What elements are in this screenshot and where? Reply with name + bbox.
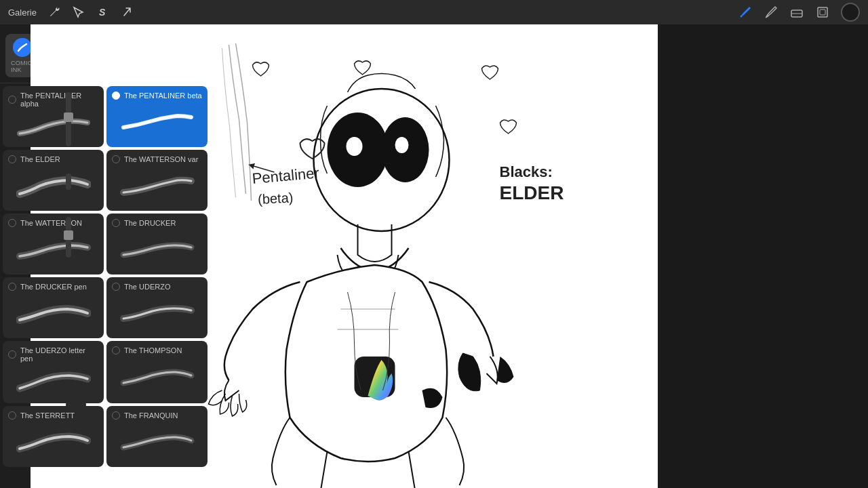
comic-ink-svg xyxy=(16,41,28,54)
svg-point-10 xyxy=(395,137,409,153)
brush-radio xyxy=(112,92,120,100)
brush-radio xyxy=(112,155,120,163)
brush-uderzo-letter[interactable]: The UDERZO letter pen xyxy=(3,341,104,403)
svg-text:Blacks:: Blacks: xyxy=(500,163,553,180)
wrench-button[interactable] xyxy=(47,5,61,19)
brush-watterson-var[interactable]: The WATTERSON var xyxy=(106,150,208,211)
brush-radio xyxy=(112,346,120,354)
brush-stroke-svg xyxy=(120,300,195,327)
brush-radio xyxy=(112,283,120,291)
brush-radio xyxy=(112,219,120,227)
layers-icon xyxy=(815,5,830,20)
transform-button[interactable]: S xyxy=(96,5,110,19)
brush-preview xyxy=(8,166,98,205)
layers-button[interactable] xyxy=(815,5,830,20)
brush-header: The UDERZO letter pen xyxy=(8,346,98,363)
brush-pentaliner-alpha[interactable]: The PENTALINER alpha xyxy=(3,86,104,147)
eraser-icon xyxy=(789,5,804,20)
top-bar-right xyxy=(738,3,860,22)
brush-sterrett[interactable]: The STERRETT xyxy=(3,406,104,467)
brush-stroke-svg xyxy=(16,300,91,327)
gallery-button[interactable]: Galerie xyxy=(8,7,37,18)
brush-uderzo[interactable]: The UDERZO xyxy=(106,277,208,338)
brush-preview xyxy=(112,102,202,142)
color-picker[interactable] xyxy=(841,3,860,22)
brush-header: The PENTALINER alpha xyxy=(8,92,98,108)
brush-label: The WATTERSON var xyxy=(124,155,198,163)
app-body: Pentaliner (beta) Blacks: ELDER xyxy=(0,0,868,488)
gallery-label: Galerie xyxy=(8,7,37,18)
brush-preview xyxy=(8,230,98,269)
svg-rect-3 xyxy=(818,7,827,17)
brush-header: The WATTERSON xyxy=(8,219,98,227)
brush-tool-button[interactable] xyxy=(738,5,753,20)
opacity-slider-mini[interactable] xyxy=(66,174,71,190)
brush-franquin[interactable]: The FRANQUIN xyxy=(106,406,208,467)
svg-point-8 xyxy=(347,137,363,156)
brush-preview xyxy=(112,293,202,333)
select-button[interactable] xyxy=(72,5,85,19)
brush-label: The ELDER xyxy=(20,155,60,163)
comic-ink-icon xyxy=(13,38,32,57)
brush-stroke-svg xyxy=(120,110,195,134)
top-bar: Galerie S xyxy=(0,0,868,24)
brush-radio xyxy=(8,219,16,227)
brush-header: The UDERZO xyxy=(112,283,202,291)
opacity-slider[interactable] xyxy=(66,217,71,258)
brush-header: The DRUCKER xyxy=(112,219,202,227)
brush-stroke-svg xyxy=(16,428,91,455)
transform-icon: S xyxy=(96,5,110,19)
svg-point-1 xyxy=(741,16,743,18)
brush-radio xyxy=(8,350,16,359)
brush-stroke-svg xyxy=(120,236,195,263)
brush-radio xyxy=(112,411,120,420)
brush-label: The STERRETT xyxy=(20,411,75,420)
brush-elder[interactable]: The ELDER xyxy=(3,150,104,211)
brush-radio xyxy=(8,155,16,163)
brush-stroke-svg xyxy=(120,428,195,455)
slider-controls xyxy=(66,92,71,258)
brush-header: The PENTALINER beta xyxy=(112,92,202,100)
brush-header: The THOMPSON xyxy=(112,346,202,354)
brush-stroke-svg xyxy=(120,172,195,199)
svg-text:S: S xyxy=(99,7,106,18)
brush-watterson[interactable]: The WATTERSON xyxy=(3,214,104,274)
smudge-button[interactable] xyxy=(764,5,778,20)
select-icon xyxy=(72,5,85,19)
draw-mode-icon xyxy=(121,5,134,19)
brush-icon xyxy=(738,5,753,20)
brush-stroke-svg xyxy=(120,364,195,391)
svg-rect-4 xyxy=(820,9,825,15)
brush-pentaliner-beta[interactable]: The PENTALINER beta xyxy=(106,86,208,147)
brush-stroke-svg xyxy=(16,172,91,199)
size-slider[interactable] xyxy=(66,92,71,146)
brush-label: The FRANQUIN xyxy=(124,411,178,420)
brush-preview xyxy=(8,110,98,142)
brush-radio xyxy=(8,96,16,104)
app-container: Galerie S xyxy=(0,0,868,488)
eraser-button[interactable] xyxy=(789,5,804,20)
brush-label: The PENTALINER beta xyxy=(124,92,202,100)
brush-drucker[interactable]: The DRUCKER xyxy=(106,214,208,274)
brush-label: The DRUCKER xyxy=(124,219,176,227)
draw-mode-button[interactable] xyxy=(121,5,134,19)
brush-preview xyxy=(112,166,202,205)
brush-preview xyxy=(112,422,202,462)
svg-text:ELDER: ELDER xyxy=(500,182,564,203)
brush-preview xyxy=(8,365,98,398)
svg-text:(beta): (beta) xyxy=(258,190,294,207)
brush-drucker-pen[interactable]: The DRUCKER pen xyxy=(3,277,104,338)
brush-header: The ELDER xyxy=(8,155,98,163)
brush-label: The PENTALINER alpha xyxy=(20,92,98,108)
brush-label: The WATTERSON xyxy=(20,219,82,227)
brush-thompson[interactable]: The THOMPSON xyxy=(106,341,208,403)
brush-header: The STERRETT xyxy=(8,411,98,420)
brush-header: The FRANQUIN xyxy=(112,411,202,420)
brush-label: The DRUCKER pen xyxy=(20,283,87,291)
smudge-icon xyxy=(764,5,778,20)
brush-stroke-svg xyxy=(16,236,91,263)
brush-stroke-svg xyxy=(16,368,91,395)
brush-preview xyxy=(8,293,98,333)
brush-stroke-svg xyxy=(16,115,91,138)
brush-header: The WATTERSON var xyxy=(112,155,202,163)
